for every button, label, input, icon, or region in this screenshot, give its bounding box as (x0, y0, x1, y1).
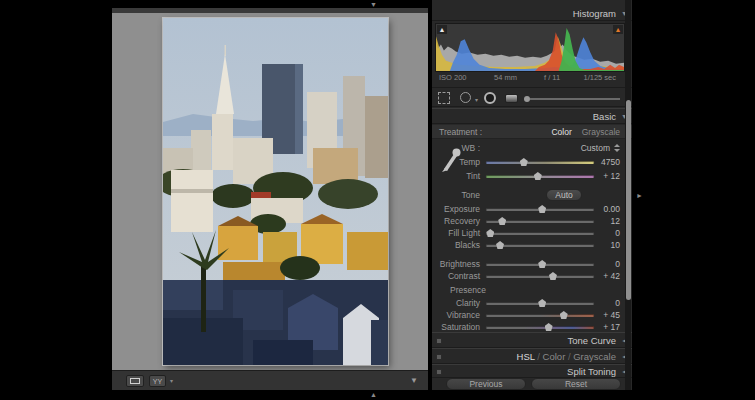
highlight-clipping-indicator-icon[interactable]: ▲ (613, 25, 623, 34)
adjustment-brush-tool-icon[interactable] (524, 97, 620, 100)
tint-value: + 12 (584, 171, 620, 181)
shadow-clipping-indicator-icon[interactable]: ▲ (437, 25, 447, 34)
histogram-panel-header[interactable]: Histogram ▼ (432, 6, 632, 21)
previous-button[interactable]: Previous (446, 378, 526, 390)
recovery-slider-thumb[interactable] (498, 217, 506, 225)
histogram-title: Histogram (573, 6, 616, 21)
hsl-panel-header[interactable]: HSL / Color / Grayscale ◄ (432, 348, 632, 364)
recovery-slider-row: Recovery 12 (432, 215, 632, 227)
top-panel-arrow-icon[interactable]: ▼ (370, 1, 377, 8)
basic-panel-header[interactable]: Basic ▼ (432, 108, 632, 124)
temp-slider-row: Temp 4750 (432, 156, 632, 168)
temp-slider-thumb[interactable] (520, 158, 528, 166)
clarity-slider-row: Clarity 0 (432, 297, 632, 309)
shutter-speed-value: 1/125 sec (583, 73, 616, 82)
wb-dropdown-arrows-icon[interactable] (614, 144, 620, 152)
treatment-grayscale-option[interactable]: Grayscale (582, 127, 620, 137)
brush-line-icon (530, 98, 620, 100)
reset-button[interactable]: Reset (531, 378, 621, 390)
loupe-view-icon (130, 378, 140, 384)
presence-label: Presence (434, 285, 486, 295)
recovery-value: 12 (584, 216, 620, 226)
clarity-label: Clarity (434, 298, 480, 308)
tool-strip: ▾ (432, 87, 632, 107)
focal-length-value: 54 mm (494, 73, 517, 82)
tone-curve-panel-header[interactable]: Tone Curve ◄ (432, 332, 632, 348)
fill-light-slider[interactable] (486, 232, 594, 235)
saturation-value: + 17 (584, 322, 620, 332)
tint-slider[interactable] (486, 175, 594, 178)
auto-tone-button[interactable]: Auto (546, 189, 582, 201)
tint-slider-row: Tint + 12 (432, 170, 632, 182)
exposure-slider[interactable] (486, 208, 594, 211)
temp-slider[interactable] (486, 161, 594, 164)
exposure-slider-row: Exposure 0.00 (432, 203, 632, 215)
temp-label: Temp (434, 157, 480, 167)
clarity-value: 0 (584, 298, 620, 308)
fill-light-label: Fill Light (434, 228, 480, 238)
fill-light-slider-thumb[interactable] (486, 229, 494, 237)
aperture-value: f / 11 (544, 73, 560, 82)
split-toning-title: Split Toning (567, 365, 616, 379)
exposure-label: Exposure (434, 204, 480, 214)
wb-label: WB : (434, 141, 480, 155)
fill-light-value: 0 (584, 228, 620, 238)
contrast-slider-thumb[interactable] (549, 272, 557, 280)
exposure-slider-thumb[interactable] (538, 205, 546, 213)
vibrance-label: Vibrance (434, 310, 480, 320)
viewer-toolbar: YY ▾ ▼ (112, 370, 428, 390)
recovery-slider[interactable] (486, 220, 594, 223)
contrast-slider[interactable] (486, 275, 594, 278)
grayscale-tab[interactable]: Grayscale (573, 351, 616, 362)
blacks-value: 10 (584, 240, 620, 250)
saturation-slider-thumb[interactable] (545, 323, 553, 331)
treatment-color-option[interactable]: Color (551, 127, 571, 137)
contrast-slider-row: Contrast + 42 (432, 270, 632, 282)
clarity-slider-thumb[interactable] (538, 299, 546, 307)
panel-scrollbar[interactable] (625, 0, 631, 390)
tint-slider-thumb[interactable] (534, 172, 542, 180)
photo-canvas[interactable] (163, 18, 388, 365)
split-toning-panel-switch-icon[interactable] (436, 369, 442, 375)
histogram-graph (436, 24, 624, 71)
blacks-slider-row: Blacks 10 (432, 239, 632, 251)
toolbar-options-arrow-icon[interactable]: ▼ (410, 376, 418, 385)
brightness-slider[interactable] (486, 263, 594, 266)
contrast-label: Contrast (434, 271, 480, 281)
tint-label: Tint (434, 171, 480, 181)
color-tab[interactable]: Color (543, 351, 566, 362)
vibrance-slider[interactable] (486, 314, 594, 317)
filmstrip-panel-arrow-icon[interactable]: ▲ (370, 391, 377, 398)
tone-curve-panel-switch-icon[interactable] (436, 338, 442, 344)
panel-scrollbar-thumb[interactable] (626, 100, 631, 300)
hsl-panel-switch-icon[interactable] (436, 354, 442, 360)
vibrance-value: + 45 (584, 310, 620, 320)
presence-section-row: Presence (432, 285, 632, 297)
saturation-label: Saturation (434, 322, 480, 332)
spot-removal-tool-icon[interactable] (460, 92, 471, 103)
clarity-slider[interactable] (486, 302, 594, 305)
brightness-slider-thumb[interactable] (538, 260, 546, 268)
histogram-display[interactable]: ▲ ▲ (435, 23, 625, 72)
blacks-slider[interactable] (486, 244, 594, 247)
blacks-slider-thumb[interactable] (496, 241, 504, 249)
crop-overlay-tool-icon[interactable] (438, 92, 450, 104)
iso-value: ISO 200 (439, 73, 467, 82)
vibrance-slider-thumb[interactable] (560, 311, 568, 319)
split-toning-panel-header[interactable]: Split Toning ◄ (432, 364, 632, 378)
wb-preset-dropdown[interactable]: Custom (581, 141, 610, 155)
right-panel-arrow-icon[interactable]: ► (636, 192, 643, 199)
tone-label: Tone (434, 188, 480, 202)
brightness-slider-row: Brightness 0 (432, 258, 632, 270)
exposure-value: 0.00 (584, 204, 620, 214)
red-eye-tool-icon[interactable] (484, 92, 496, 104)
hsl-tab[interactable]: HSL (517, 351, 535, 362)
hsl-separator: / (537, 351, 540, 362)
before-after-view-button[interactable]: YY (149, 375, 166, 387)
graduated-filter-tool-icon[interactable] (505, 94, 518, 103)
view-options-caret-icon[interactable]: ▾ (170, 377, 173, 384)
saturation-slider[interactable] (486, 326, 594, 329)
basic-title: Basic (593, 109, 616, 125)
spot-removal-caret-icon[interactable]: ▾ (475, 96, 478, 103)
loupe-view-button[interactable] (126, 375, 144, 387)
